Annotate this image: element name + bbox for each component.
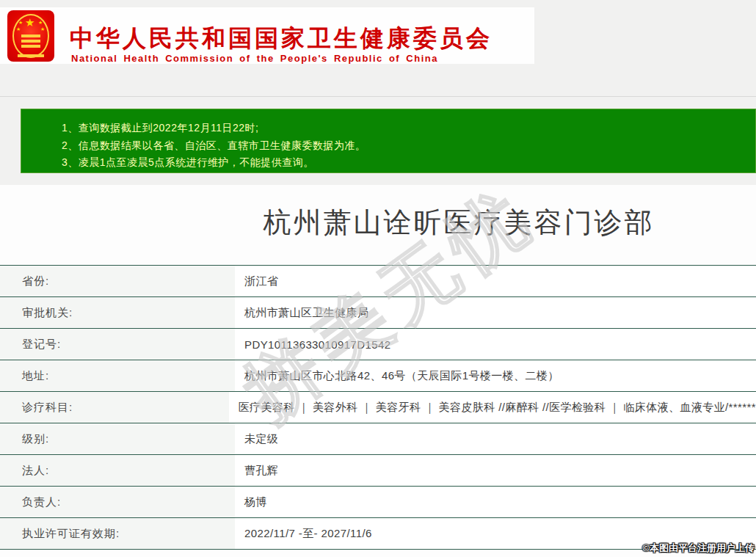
row-label: 级别:: [0, 423, 235, 454]
row-label: 省份:: [0, 266, 235, 296]
notice-line: 1、查询数据截止到2022年12月11日22时;: [62, 120, 755, 137]
row-value: 杭州市萧山区市心北路42、46号（天辰国际1号楼一楼、二楼）: [235, 360, 756, 391]
row-value: 曹孔辉: [235, 455, 756, 486]
table-row: 法人:曹孔辉: [0, 455, 756, 487]
row-label: 诊疗科目:: [0, 392, 229, 423]
row-label: 负责人:: [0, 487, 235, 517]
emblem-star-icon: ★: [25, 17, 34, 28]
row-label: 审批机关:: [0, 297, 235, 328]
emblem-gate: [21, 34, 40, 37]
notice-box: 1、查询数据截止到2022年12月11日22时;2、信息数据结果以各省、自治区、…: [21, 109, 756, 173]
national-emblem-icon: ★ ★ ★ ★ ★: [7, 10, 54, 62]
row-value: 浙江省: [235, 266, 756, 296]
site-title-chinese: 中华人民共和国国家卫生健康委员会: [70, 23, 493, 55]
row-label: 登记号:: [0, 329, 235, 360]
table-row: 负责人:杨博: [0, 487, 756, 518]
notice-line: 3、凌晨1点至凌晨5点系统进行维护，不能提供查询。: [62, 154, 755, 172]
notice-line: 2、信息数据结果以各省、自治区、直辖市卫生健康委数据为准。: [62, 137, 755, 155]
table-row: 省份:浙江省: [0, 266, 756, 297]
table-row: 审批机关:杭州市萧山区卫生健康局: [0, 297, 756, 329]
table-row: 诊疗科目:医疗美容科 ｜ 美容外科 ｜ 美容牙科 ｜ 美容皮肤科 //麻醉科 /…: [0, 392, 756, 423]
row-value: 未定级: [235, 423, 756, 454]
table-row: 级别:未定级: [0, 423, 756, 455]
emblem-base: [18, 54, 44, 57]
row-label: 法人:: [0, 455, 235, 486]
row-value: PDY10113633010917D1542: [235, 329, 756, 360]
header-divider: [0, 96, 756, 97]
emblem-star-icon: ★: [40, 26, 45, 32]
emblem-star-icon: ★: [18, 20, 23, 25]
upload-credit-watermark: ©本图由平台注册用户上传: [642, 542, 755, 555]
institution-title: 杭州萧山诠昕医疗美容门诊部: [0, 204, 756, 241]
emblem-star-icon: ★: [38, 20, 43, 25]
detail-table: 省份:浙江省审批机关:杭州市萧山区卫生健康局登记号:PDY10113633010…: [0, 265, 756, 550]
table-row: 登记号:PDY10113633010917D1542: [0, 329, 756, 360]
row-value: 医疗美容科 ｜ 美容外科 ｜ 美容牙科 ｜ 美容皮肤科 //麻醉科 //医学检验…: [229, 392, 756, 423]
row-value: 杨博: [235, 487, 756, 517]
site-title-english: National Health Commission of the People…: [71, 53, 438, 64]
row-label: 执业许可证有效期:: [0, 518, 235, 549]
table-row: 地址:杭州市萧山区市心北路42、46号（天辰国际1号楼一楼、二楼）: [0, 360, 756, 392]
row-value: 杭州市萧山区卫生健康局: [235, 297, 756, 328]
emblem-star-icon: ★: [16, 26, 21, 32]
row-label: 地址:: [0, 360, 235, 391]
header-band: ★ ★ ★ ★ ★ 中华人民共和国国家卫生健康委员会 National Heal…: [0, 7, 534, 64]
